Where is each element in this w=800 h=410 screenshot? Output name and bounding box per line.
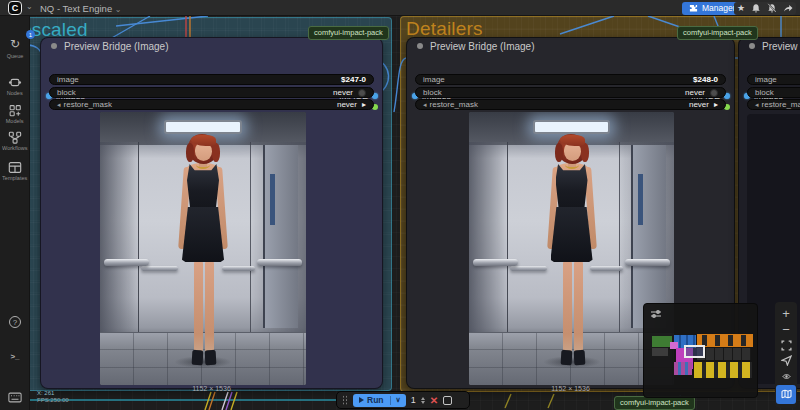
elevator-light [533, 120, 611, 134]
node-header[interactable]: Preview Bridge (Image) [739, 38, 800, 54]
sidebar: ↻ 1 Queue Nodes Models Workflows Templat… [0, 16, 30, 410]
widget-image[interactable]: image $248-0 [415, 74, 726, 85]
image-size-label: 1152 × 1536 [41, 385, 382, 392]
run-toolbar: Run ∨ 1 ✕ [336, 391, 470, 409]
zoom-in-button[interactable]: + [777, 306, 795, 321]
node-title: Preview Bridge (Image) [762, 41, 800, 52]
sidebar-item-label: Templates [2, 175, 27, 181]
templates-icon [8, 161, 22, 174]
widget-block[interactable]: block never [49, 87, 374, 98]
elevator-door [263, 145, 298, 328]
play-icon [359, 397, 364, 403]
collapse-dot-icon[interactable] [51, 43, 57, 49]
batch-count-input[interactable]: 1 [411, 395, 416, 405]
chevron-down-icon: ⌄ [115, 5, 122, 14]
widget-image[interactable]: image [747, 74, 800, 85]
drag-handle-icon[interactable] [342, 395, 348, 405]
logo-chevron-icon[interactable]: ⌄ [26, 2, 33, 11]
bell-slash-icon[interactable] [767, 3, 777, 13]
toggle-visibility-button[interactable] [777, 369, 795, 384]
combo-left-arrow-icon[interactable]: ◂ [423, 101, 427, 109]
node-preview-bridge-1[interactable]: Preview Bridge (Image) images IMAGE MASK… [40, 37, 383, 389]
minimap-node-cluster [697, 348, 751, 360]
sidebar-item-terminal[interactable]: >_ [0, 352, 30, 361]
widget-block[interactable]: block never [415, 87, 726, 98]
topbar-icon-group: ★ [734, 2, 796, 15]
combo-left-arrow-icon[interactable]: ◂ [57, 101, 61, 109]
widget-label: image [423, 75, 445, 84]
sidebar-item-label: Nodes [7, 90, 23, 96]
sidebar-item-label: Models [6, 118, 24, 124]
sidebar-item-templates[interactable]: Templates [0, 161, 30, 181]
queue-icon: ↻ 1 [10, 34, 20, 52]
manager-label: Manager [702, 3, 736, 13]
widget-label: image [57, 75, 79, 84]
minimap-node-cluster [697, 334, 753, 347]
combo-right-arrow-icon[interactable]: ▸ [362, 100, 366, 109]
run-options-chevron-icon[interactable]: ∨ [391, 396, 406, 404]
minimap-toggle-button[interactable] [776, 385, 796, 404]
clear-queue-button[interactable]: ✕ [430, 395, 438, 406]
bell-icon[interactable] [751, 3, 761, 13]
step-down-icon [421, 401, 425, 404]
zoom-out-button[interactable]: − [777, 322, 795, 337]
preview-image [100, 112, 306, 385]
comfyui-logo[interactable]: C [8, 1, 22, 15]
elevator-light [164, 120, 242, 134]
keyboard-shortcuts-icon [8, 392, 22, 403]
canvas-toolbar: + − [775, 302, 797, 408]
sidebar-item-help[interactable]: ? [0, 316, 30, 328]
step-up-icon [421, 397, 425, 400]
widget-label: restore_mask [762, 100, 800, 109]
stop-button[interactable] [443, 396, 452, 405]
node-title: Preview Bridge (Image) [430, 41, 534, 52]
widget-label: block [57, 88, 76, 97]
sidebar-item-queue[interactable]: ↻ 1 Queue [0, 34, 30, 59]
eye-icon [781, 372, 792, 381]
widget-value: never [685, 88, 705, 97]
run-button[interactable]: Run ∨ [353, 394, 406, 407]
select-mode-button[interactable] [777, 353, 795, 368]
combo-left-arrow-icon[interactable]: ◂ [755, 101, 759, 109]
combo-right-arrow-icon[interactable]: ▸ [714, 100, 718, 109]
node-header[interactable]: Preview Bridge (Image) [407, 38, 734, 54]
collapse-dot-icon[interactable] [417, 43, 423, 49]
minimap-settings-icon[interactable] [650, 309, 662, 319]
node-header[interactable]: Preview Bridge (Image) [41, 38, 382, 54]
node-title: Preview Bridge (Image) [64, 41, 168, 52]
toggle-knob-icon[interactable] [358, 89, 366, 97]
nodes-icon [8, 76, 22, 89]
models-icon [8, 104, 22, 117]
minimap[interactable] [643, 303, 758, 398]
batch-count-stepper[interactable] [421, 397, 425, 404]
widget-block[interactable]: block [747, 87, 800, 98]
run-label: Run [367, 395, 384, 405]
widget-restore-mask[interactable]: ◂restore_mask never▸ [415, 99, 726, 110]
widget-value: $247-0 [341, 75, 366, 84]
collapse-dot-icon[interactable] [749, 43, 755, 49]
widget-value: $248-0 [693, 75, 718, 84]
terminal-icon: >_ [10, 352, 19, 361]
fit-view-button[interactable] [777, 338, 795, 353]
node-pack-badge: comfyui-impact-pack [614, 396, 695, 410]
widget-restore-mask[interactable]: ◂restore_mask never▸ [49, 99, 374, 110]
sidebar-item-shortcuts[interactable] [0, 392, 30, 403]
widget-restore-mask[interactable]: ◂restore_mask [747, 99, 800, 110]
share-icon[interactable] [783, 3, 793, 13]
toggle-knob-icon[interactable] [710, 89, 718, 97]
star-icon[interactable]: ★ [737, 4, 745, 13]
cursor-arrow-icon [781, 355, 792, 366]
sidebar-item-label: Workflows [2, 145, 27, 151]
workflow-name-menu[interactable]: NQ - Text Engine ⌄ [40, 3, 122, 14]
sidebar-item-models[interactable]: Models [0, 104, 30, 124]
widget-image[interactable]: image $247-0 [49, 74, 374, 85]
sidebar-item-workflows[interactable]: Workflows [0, 131, 30, 151]
figure-woman [527, 134, 617, 379]
widget-value: never [333, 88, 353, 97]
sidebar-item-nodes[interactable]: Nodes [0, 76, 30, 96]
queue-count-badge: 1 [26, 30, 35, 39]
minimap-viewport-rect[interactable] [684, 345, 705, 358]
widget-label: restore_mask [430, 100, 478, 109]
minimap-node-cluster [652, 348, 668, 356]
minimap-node-cluster [694, 362, 752, 378]
